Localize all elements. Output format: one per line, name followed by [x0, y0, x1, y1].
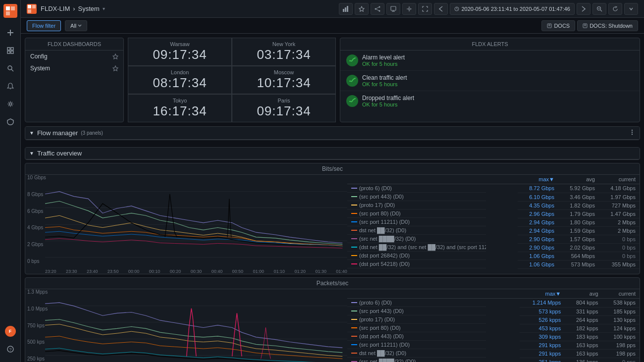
pkts-max-7: 251 kpps	[520, 358, 565, 362]
bell-sidebar-icon[interactable]	[2, 78, 18, 94]
bits-cur-2: 727 Mbps	[599, 201, 640, 209]
pkts-color-2	[351, 319, 357, 320]
system-star-icon[interactable]	[112, 65, 118, 71]
pkts-avg-4: 183 kpps	[565, 332, 602, 341]
favorite-button[interactable]	[355, 3, 369, 15]
pkts-color-4	[351, 336, 357, 337]
bits-col-label	[347, 175, 518, 184]
all-filter-button[interactable]: All	[65, 20, 87, 31]
flow-manager-header[interactable]: ▼ Flow manager (3 panels)	[25, 127, 640, 140]
docs-shutdown-button[interactable]: DOCS: Shutdown	[577, 20, 638, 31]
bits-col-max[interactable]: max▼	[518, 175, 558, 184]
svg-line-26	[376, 9, 379, 11]
pkts-cur-3: 124 kpps	[602, 324, 640, 332]
shield-sidebar-icon[interactable]	[2, 114, 18, 130]
clock-moscow: Moscow 10:17:34	[232, 66, 336, 94]
add-sidebar-icon[interactable]	[2, 25, 18, 41]
pkts-cell-label-6: dst net ██/32) (D0)	[347, 349, 486, 358]
bits-avg-9: 573 Mbps	[558, 260, 599, 268]
bits-max-6: 2.90 Gbps	[518, 235, 558, 243]
pkts-cell-label-1: (src port 443) (D0)	[347, 307, 486, 315]
chart-type-button[interactable]	[339, 3, 353, 15]
bits-avg-7: 2.02 Gbps	[558, 243, 599, 252]
flow-manager-menu[interactable]	[629, 129, 636, 137]
help-sidebar-icon[interactable]: ?	[2, 341, 18, 357]
flow-filter-button[interactable]: Flow filter	[27, 20, 61, 31]
fullscreen-button[interactable]	[418, 3, 432, 15]
monitor-button[interactable]	[386, 3, 400, 15]
clock-time-0: 09:17:34	[133, 47, 226, 62]
svg-point-45	[632, 130, 633, 131]
bits-avg-4: 1.80 Gbps	[558, 218, 599, 226]
alert-text-0: Alarm level alert OK for 5 hours	[362, 54, 405, 67]
clock-time-2: 08:17:34	[133, 75, 226, 91]
clock-time-5: 09:17:34	[237, 103, 330, 119]
bits-avg-8: 564 Mbps	[558, 252, 599, 260]
packets-y-axis: 1.3 Mpps 1.0 Mpps 750 kps 500 kps 250 kp…	[27, 289, 48, 362]
time-range-text: 2020-05-06 23:11:41 to 2020-05-07 01:47:…	[461, 6, 570, 12]
bits-avg-1: 3.46 Gbps	[558, 193, 599, 201]
bits-cur-5: 2 Mbps	[599, 226, 640, 235]
bits-color-0	[351, 188, 357, 189]
alert-title-2: Dropped traffic alert	[362, 95, 414, 102]
svg-rect-7	[7, 51, 10, 53]
docs-button[interactable]: DOCS	[541, 20, 575, 31]
breadcrumb-app[interactable]: FLDX-LIM	[41, 5, 70, 12]
pkts-max-6: 291 kpps	[520, 349, 565, 358]
svg-point-46	[632, 132, 633, 133]
bits-avg-2: 1.82 Gbps	[558, 201, 599, 209]
fldx-dashboards-panel: FLDX Dashboards Config System	[25, 38, 124, 122]
pkts-cur-6: 198 pps	[602, 349, 640, 358]
pkts-max-4: 309 kpps	[520, 332, 565, 341]
docs-label: DOCS	[554, 23, 570, 29]
grid-sidebar-icon[interactable]	[2, 43, 18, 58]
svg-line-25	[376, 7, 379, 9]
docs-shutdown-label: DOCS: Shutdown	[590, 23, 633, 29]
bits-cell-label-2: (proto 17) (D0)	[347, 201, 486, 209]
bits-row-4: (src port 11211) (D0)2.94 Gbps1.80 Gbps2…	[347, 218, 640, 226]
config-star-icon[interactable]	[112, 53, 118, 59]
bits-color-7	[351, 247, 357, 248]
breadcrumb-dropdown[interactable]: ▾	[103, 6, 105, 11]
bits-row-2: (proto 17) (D0)4.35 Gbps1.82 Gbps727 Mbp…	[347, 201, 640, 209]
next-time-button[interactable]	[577, 3, 590, 15]
flow-caret: ▼	[29, 130, 34, 136]
search-sidebar-icon[interactable]	[2, 60, 18, 76]
pkts-max-3: 453 kpps	[520, 324, 565, 332]
breadcrumb-current[interactable]: System	[78, 5, 100, 12]
bits-row-6: (src net ████/32) (D0)2.90 Gbps1.57 Gbps…	[347, 235, 640, 243]
bits-cur-7: 0 bps	[599, 243, 640, 252]
zoom-button[interactable]	[592, 3, 606, 15]
clock-time-3: 10:17:34	[237, 75, 330, 91]
pkts-cell-label-4: (dst port 443) (D0)	[347, 332, 486, 341]
traffic-overview-header[interactable]: ▼ Traffic overview	[25, 148, 640, 159]
dashboard-config-item[interactable]: Config	[25, 51, 123, 62]
pkts-col-max[interactable]: max▼	[520, 289, 565, 299]
settings-header-button[interactable]	[402, 3, 416, 15]
svg-rect-19	[345, 7, 346, 12]
refresh-button[interactable]	[608, 3, 622, 15]
flow-manager-section: ▼ Flow manager (3 panels)	[25, 126, 640, 140]
user-avatar[interactable]: F	[2, 323, 18, 339]
settings-sidebar-icon[interactable]	[2, 96, 18, 112]
prev-time-button[interactable]	[434, 3, 448, 15]
pkts-color-1	[351, 310, 357, 311]
dashboard-system-item[interactable]: System	[25, 62, 123, 74]
time-range-display[interactable]: 2020-05-06 23:11:41 to 2020-05-07 01:47:…	[450, 3, 575, 15]
bits-row-0: (proto 6) (D0)8.72 Gbps5.92 Gbps4.18 Gbp…	[347, 184, 640, 193]
bits-color-4	[351, 221, 357, 222]
pkts-row-5: (src port 11211) (D0)291 kpps163 kpps198…	[347, 341, 640, 349]
clock-city-4: Tokyo	[133, 98, 226, 103]
system-label: System	[30, 65, 50, 72]
bits-max-8: 1.06 Gbps	[518, 252, 558, 260]
alert-icon-0	[346, 54, 358, 66]
pkts-cell-label-7: (src net ████/32) (D0)	[347, 358, 486, 362]
alert-icon-1	[346, 75, 358, 87]
share-button[interactable]	[371, 3, 384, 15]
bits-color-5	[351, 230, 357, 231]
pkts-avg-3: 182 kpps	[565, 324, 602, 332]
refresh-dropdown[interactable]	[624, 3, 638, 15]
bits-max-1: 6.10 Gbps	[518, 193, 558, 201]
dashboard-section: FLDX Dashboards Config System Warsaw 09:…	[25, 38, 640, 122]
bits-chart-area: 10 Gbps 8 Gbps 6 Gbps 4 Gbps 2 Gbps 0 bp…	[25, 175, 347, 274]
